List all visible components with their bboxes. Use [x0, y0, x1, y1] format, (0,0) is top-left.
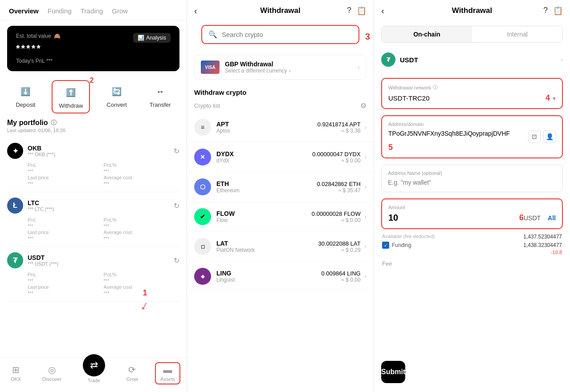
dydx-icon: ✕: [194, 149, 211, 166]
amount-label: Amount: [388, 205, 556, 210]
submit-button[interactable]: Submit: [381, 361, 405, 383]
action-bar: ⬇️ Deposit ⬆️ Withdraw 2 🔄 Convert ↔️ Tr…: [0, 77, 187, 119]
right-header-icons: ? 📋: [543, 6, 563, 16]
right-history-icon[interactable]: 📋: [553, 6, 563, 16]
usdt-sub: *** USDT (***): [28, 261, 58, 267]
middle-header: ‹ Withdrawal ? 📋: [187, 0, 374, 21]
transfer-action[interactable]: ↔️ Transfer: [143, 80, 177, 113]
discover-nav-label: Discover: [42, 376, 61, 382]
crypto-flow[interactable]: ✔ FLOW Flow 0.00000028 FLOW ≈ $ 0.00 ›: [187, 202, 374, 232]
nav-funding[interactable]: Funding: [48, 7, 72, 15]
network-select[interactable]: USDT-TRC20 4 ▾: [388, 93, 556, 103]
amount-currency: USDT: [524, 214, 541, 222]
tab-onchain[interactable]: On-chain: [382, 26, 472, 42]
flow-name-col: FLOW Flow: [216, 210, 312, 223]
qr-scan-icon[interactable]: ⊡: [528, 130, 541, 143]
address-book-icon[interactable]: 👤: [543, 130, 556, 143]
transfer-label: Transfer: [150, 101, 171, 108]
usdt-circle-icon: ₮: [381, 53, 395, 67]
crypto-lat[interactable]: ◻ LAT PlatON Network 30.0022088 LAT ≈ $ …: [187, 232, 374, 262]
usdt-label: USDT: [400, 56, 561, 64]
nav-trading[interactable]: Trading: [81, 7, 103, 15]
dydx-name-col: DYDX dYdX: [216, 150, 312, 164]
grow-nav-icon: ⟳: [128, 364, 136, 375]
gbp-card[interactable]: VISA GBP Withdrawal Select a different c…: [194, 55, 366, 80]
help-icon[interactable]: ?: [347, 6, 351, 16]
tab-internal[interactable]: Internal: [472, 26, 562, 42]
lat-icon: ◻: [194, 238, 211, 255]
funding-value: 1,438.32304477: [523, 242, 562, 248]
usdt-refresh[interactable]: ↻: [174, 256, 179, 265]
search-icon: 🔍: [208, 30, 217, 39]
nav-discover[interactable]: ◎ Discover: [38, 363, 66, 384]
middle-back-button[interactable]: ‹: [194, 6, 197, 16]
nav-assets[interactable]: ▬ Assets: [155, 362, 180, 384]
analysis-button[interactable]: 📊 Analysis: [133, 33, 171, 43]
eth-ticker: ETH: [216, 180, 317, 187]
flow-usd: ≈ $ 0.00: [312, 217, 361, 223]
crypto-eth[interactable]: ⬡ ETH Ethereum 0.02842862 ETH ≈ $ 35.47 …: [187, 172, 374, 202]
dydx-fullname: dYdX: [216, 158, 312, 164]
middle-title: Withdrawal: [260, 6, 301, 15]
nav-grow[interactable]: ⟳ Grow: [122, 363, 142, 384]
left-panel: Overview Funding Trading Grow Est. total…: [0, 0, 187, 392]
right-back-button[interactable]: ‹: [381, 6, 384, 16]
amount-all-button[interactable]: All: [548, 214, 556, 222]
address-value: TPoGrJ5NVNFXny3Sqh8EJiQoyprapjDVHF: [388, 129, 525, 138]
trade-fab-button[interactable]: ⇄: [83, 354, 105, 376]
asset-ltc: Ł LTC *** LTC (***) ↻ PnL PnL% *** *** L…: [7, 192, 179, 247]
okb-refresh[interactable]: ↻: [174, 147, 179, 155]
flow-amount: 0.00000028 FLOW: [312, 210, 361, 217]
ling-icon: ◈: [194, 268, 211, 285]
lat-name-col: LAT PlatON Network: [216, 240, 318, 253]
right-help-icon[interactable]: ?: [543, 6, 548, 16]
ling-usd: ≈ $ 0.00: [321, 277, 360, 283]
convert-action[interactable]: 🔄 Convert: [100, 80, 133, 113]
crypto-apt[interactable]: ≡ APT Aptos 0.92418714 APT ≈ $ 3.38 ›: [187, 113, 374, 142]
portfolio-title: My portfolio ⓘ: [7, 119, 57, 127]
deposit-label: Deposit: [16, 101, 35, 108]
nav-overview[interactable]: Overview: [9, 7, 39, 15]
search-input[interactable]: [222, 31, 352, 38]
lat-amount-col: 30.0022088 LAT ≈ $ 0.29: [318, 240, 361, 253]
nav-trade-fab[interactable]: ⇄ Trade: [78, 361, 110, 385]
okx-nav-icon: ⊞: [12, 364, 20, 375]
filter-icon[interactable]: ⚙: [360, 101, 366, 110]
assets-nav-label: Assets: [160, 376, 175, 382]
lat-amount: 30.0022088 LAT: [318, 240, 361, 247]
total-value: *****: [16, 43, 171, 54]
addr-name-input[interactable]: [388, 179, 556, 186]
crypto-ling[interactable]: ◈ LING Linguist 0.009864 LING ≈ $ 0.00 ›: [187, 262, 374, 291]
dydx-amount: 0.00000047 DYDX: [312, 151, 360, 158]
nav-okx[interactable]: ⊞ OKX: [6, 363, 25, 384]
gbp-chevron-icon: ›: [289, 68, 290, 74]
amount-field[interactable]: Amount 10 6 USDT All: [381, 198, 563, 229]
available-row: Available (fee deducted) 1,437.52304477: [381, 234, 563, 240]
trade-nav-label: Trade: [88, 378, 100, 383]
dydx-chevron-icon: ›: [364, 153, 366, 161]
gbp-card-icon: VISA: [201, 61, 220, 74]
amount-row: 10 6 USDT All: [388, 213, 556, 223]
usdt-selector[interactable]: ₮ USDT ›: [374, 47, 570, 73]
address-field[interactable]: Address/domain TPoGrJ5NVNFXny3Sqh8EJiQoy…: [381, 115, 563, 158]
dydx-amount-col: 0.00000047 DYDX ≈ $ 0.00: [312, 151, 360, 164]
network-chevron-icon: ▾: [553, 95, 556, 102]
funding-checkbox[interactable]: ✓: [382, 242, 389, 249]
eth-icon: ⬡: [194, 178, 211, 195]
withdraw-icon: ⬆️: [63, 85, 79, 101]
network-value: USDT-TRC20: [388, 94, 430, 102]
lat-chevron-icon: ›: [364, 242, 366, 251]
okb-stats: PnL PnL% *** *** Last price Average cost…: [7, 162, 179, 186]
history-icon[interactable]: 📋: [357, 6, 366, 16]
crypto-list-header: Crypto list ⚙: [187, 99, 374, 113]
flow-fullname: Flow: [216, 217, 312, 223]
ling-ticker: LING: [216, 270, 321, 277]
ling-fullname: Linguist: [216, 277, 321, 283]
ltc-refresh[interactable]: ↻: [174, 202, 179, 210]
network-field[interactable]: Withdrawal network ⓘ USDT-TRC20 4 ▾: [381, 78, 563, 109]
deposit-action[interactable]: ⬇️ Deposit: [9, 80, 41, 113]
withdraw-action[interactable]: ⬆️ Withdraw 2: [52, 80, 90, 113]
crypto-dydx[interactable]: ✕ DYDX dYdX 0.00000047 DYDX ≈ $ 0.00 ›: [187, 142, 374, 172]
nav-grow[interactable]: Grow: [112, 7, 128, 15]
apt-amount: 0.92418714 APT: [318, 121, 361, 128]
